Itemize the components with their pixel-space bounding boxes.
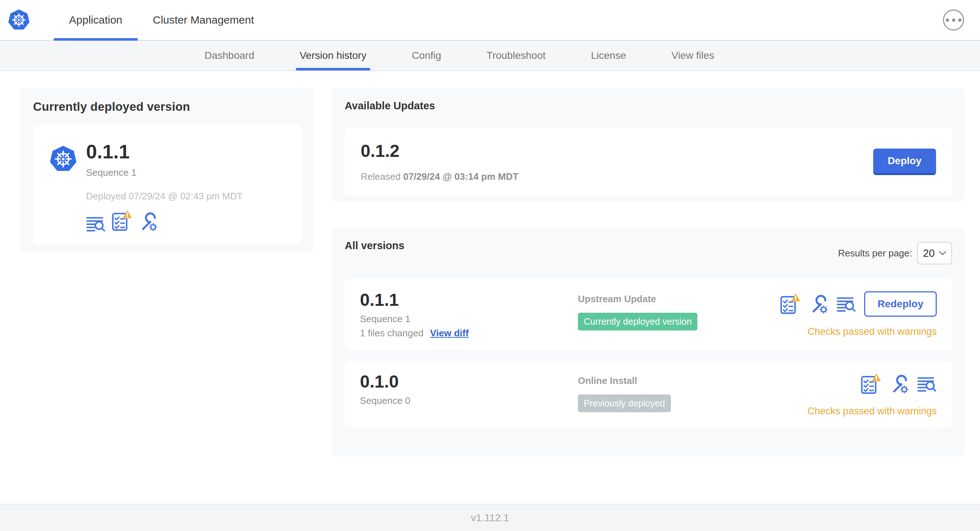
more-options-button[interactable] — [943, 10, 964, 30]
currently-deployed-version-panel: 0.1.1 Sequence 1 Deployed 07/29/24 @ 02:… — [33, 125, 301, 245]
admin-console-version: v1.112.1 — [471, 512, 509, 524]
view-logs-icon[interactable] — [837, 296, 856, 312]
edit-config-icon[interactable] — [889, 374, 909, 394]
view-diff-link[interactable]: View diff — [430, 328, 469, 339]
preflight-checks-warning-icon[interactable] — [111, 210, 132, 232]
version-row-0-1-1: 0.1.1 Sequence 1 1 files changed View di… — [345, 279, 952, 350]
update-released-timestamp: Released 07/29/24 @ 03:14 pm MDT — [361, 171, 518, 182]
app-sub-nav: Dashboard Version history Config Trouble… — [0, 41, 980, 71]
main-content: Currently deployed version 0.1.1 Sequenc… — [0, 71, 980, 504]
files-changed-label: 1 files changed — [360, 328, 423, 339]
tab-license[interactable]: License — [587, 41, 630, 70]
footer: v1.112.1 — [0, 504, 980, 531]
tab-view-files[interactable]: View files — [668, 41, 718, 70]
update-version-number: 0.1.2 — [361, 141, 518, 161]
tab-config[interactable]: Config — [408, 41, 445, 70]
status-badge: Previously deployed — [578, 394, 671, 412]
currently-deployed-card: Currently deployed version 0.1.1 Sequenc… — [20, 88, 314, 253]
edit-config-icon[interactable] — [809, 294, 829, 314]
row-version-number: 0.1.0 — [360, 372, 578, 391]
version-source-label: Online Install — [578, 375, 807, 386]
available-updates-card: Available Updates 0.1.2 Released 07/29/2… — [332, 88, 964, 202]
available-updates-title: Available Updates — [345, 100, 952, 112]
preflight-checks-warning-icon[interactable] — [780, 293, 801, 315]
ellipsis-icon — [946, 19, 961, 22]
results-per-page-select[interactable]: 20 — [917, 242, 952, 264]
version-row-0-1-0: 0.1.0 Sequence 0 Online Install Previous… — [345, 361, 952, 427]
tab-version-history[interactable]: Version history — [296, 41, 370, 70]
available-update-row: 0.1.2 Released 07/29/24 @ 03:14 pm MDT D… — [345, 128, 952, 196]
checks-status-text[interactable]: Checks passed with warnings — [807, 326, 937, 337]
checks-status-text[interactable]: Checks passed with warnings — [807, 406, 937, 417]
status-badge: Currently deployed version — [578, 313, 697, 331]
results-per-page-label: Results per page: — [838, 248, 912, 259]
view-logs-icon[interactable] — [86, 216, 106, 232]
nav-tab-application[interactable]: Application — [54, 0, 138, 40]
chevron-down-icon — [939, 251, 946, 255]
app-kubernetes-icon — [49, 145, 77, 174]
currently-deployed-title: Currently deployed version — [33, 100, 301, 114]
current-version-number: 0.1.1 — [86, 141, 243, 162]
all-versions-card: All versions Results per page: 20 0.1.1 … — [332, 228, 964, 457]
deploy-button[interactable]: Deploy — [873, 149, 936, 175]
redeploy-button[interactable]: Redeploy — [864, 291, 937, 317]
kubernetes-logo — [7, 9, 30, 32]
all-versions-title: All versions — [345, 240, 404, 252]
edit-config-icon[interactable] — [138, 211, 158, 232]
nav-tab-cluster-management[interactable]: Cluster Management — [138, 0, 269, 40]
tab-troubleshoot[interactable]: Troubleshoot — [483, 41, 549, 70]
top-nav-tabs: Application Cluster Management — [54, 0, 269, 40]
row-sequence: Sequence 0 — [360, 395, 578, 406]
row-version-number: 0.1.1 — [360, 290, 578, 310]
preflight-checks-warning-icon[interactable] — [861, 373, 881, 395]
version-source-label: Upstream Update — [578, 294, 780, 305]
view-logs-icon[interactable] — [917, 376, 937, 392]
current-version-deployed-timestamp: Deployed 07/29/24 @ 02:43 pm MDT — [86, 191, 243, 202]
current-version-sequence: Sequence 1 — [86, 167, 243, 178]
tab-dashboard[interactable]: Dashboard — [201, 41, 258, 70]
row-sequence: Sequence 1 — [360, 313, 578, 325]
top-nav: Application Cluster Management — [0, 0, 980, 41]
